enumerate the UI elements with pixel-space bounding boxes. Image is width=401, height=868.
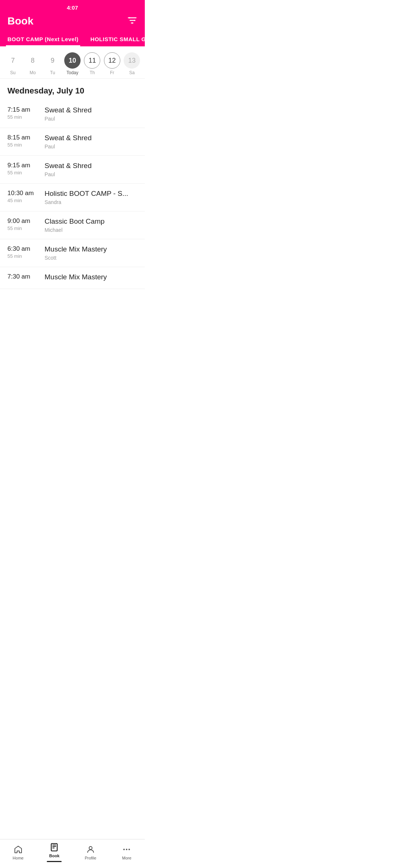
class-info-4: Classic Boot Camp Michael <box>45 217 137 233</box>
date-number-10: 10 <box>64 52 81 69</box>
date-item-11[interactable]: 11 Th <box>83 52 101 75</box>
class-item-4[interactable]: 9:00 am 55 min Classic Boot Camp Michael <box>0 211 145 239</box>
class-time-5: 6:30 am 55 min <box>7 245 45 259</box>
svg-point-4 <box>134 20 136 21</box>
class-info-5: Muscle Mix Mastery Scott <box>45 245 137 261</box>
date-label-9: Tu <box>50 70 55 75</box>
class-info-0: Sweat & Shred Paul <box>45 106 137 122</box>
date-number-7: 7 <box>5 52 21 69</box>
date-item-9[interactable]: 9 Tu <box>44 52 62 75</box>
class-item-0[interactable]: 7:15 am 55 min Sweat & Shred Paul <box>0 100 145 128</box>
class-time-6: 7:30 am <box>7 273 45 281</box>
date-item-8[interactable]: 8 Mo <box>24 52 42 75</box>
class-time-4: 9:00 am 55 min <box>7 217 45 231</box>
class-info-3: Holistic BOOT CAMP - S... Sandra <box>45 190 137 205</box>
date-number-12: 12 <box>104 52 120 69</box>
date-item-13[interactable]: 13 Sa <box>123 52 141 75</box>
status-bar: 4:07 <box>0 0 145 12</box>
status-time: 4:07 <box>67 4 78 11</box>
class-time-2: 9:15 am 55 min <box>7 162 45 175</box>
date-item-12[interactable]: 12 Fr <box>103 52 121 75</box>
class-info-1: Sweat & Shred Paul <box>45 134 137 149</box>
date-label-10: Today <box>66 70 78 75</box>
svg-point-5 <box>131 22 133 24</box>
date-label-8: Mo <box>30 70 36 75</box>
class-item-2[interactable]: 9:15 am 55 min Sweat & Shred Paul <box>0 156 145 184</box>
date-number-13: 13 <box>124 52 140 69</box>
class-time-0: 7:15 am 55 min <box>7 106 45 120</box>
date-number-11: 11 <box>84 52 100 69</box>
class-time-3: 10:30 am 45 min <box>7 190 45 203</box>
date-picker: 7 Su 8 Mo 9 Tu 10 Today 11 Th 12 Fr 13 <box>0 46 145 79</box>
date-label-7: Su <box>10 70 16 75</box>
date-item-7[interactable]: 7 Su <box>4 52 22 75</box>
date-number-9: 9 <box>45 52 61 69</box>
class-list: 7:15 am 55 min Sweat & Shred Paul 8:15 a… <box>0 100 145 289</box>
class-item-5[interactable]: 6:30 am 55 min Muscle Mix Mastery Scott <box>0 239 145 267</box>
class-time-1: 8:15 am 55 min <box>7 134 45 148</box>
date-item-10[interactable]: 10 Today <box>63 52 81 75</box>
class-info-2: Sweat & Shred Paul <box>45 162 137 177</box>
filter-icon[interactable] <box>127 15 137 27</box>
app-header: Book <box>0 12 145 33</box>
date-number-8: 8 <box>25 52 41 69</box>
page-title: Book <box>7 15 33 27</box>
date-label-11: Th <box>89 70 95 75</box>
date-label-12: Fr <box>110 70 114 75</box>
class-item-3[interactable]: 10:30 am 45 min Holistic BOOT CAMP - S..… <box>0 184 145 211</box>
tab-bootcamp[interactable]: BOOT CAMP (Next Level) <box>6 33 80 46</box>
class-item-6[interactable]: 7:30 am Muscle Mix Mastery <box>0 267 145 289</box>
svg-point-3 <box>129 17 130 19</box>
class-info-6: Muscle Mix Mastery <box>45 273 137 283</box>
date-label-13: Sa <box>129 70 135 75</box>
category-tabs: BOOT CAMP (Next Level) HOLISTIC SMALL G.… <box>0 33 145 46</box>
tab-holistic[interactable]: HOLISTIC SMALL G... <box>89 33 145 46</box>
day-heading: Wednesday, July 10 <box>0 79 145 100</box>
class-item-1[interactable]: 8:15 am 55 min Sweat & Shred Paul <box>0 128 145 156</box>
